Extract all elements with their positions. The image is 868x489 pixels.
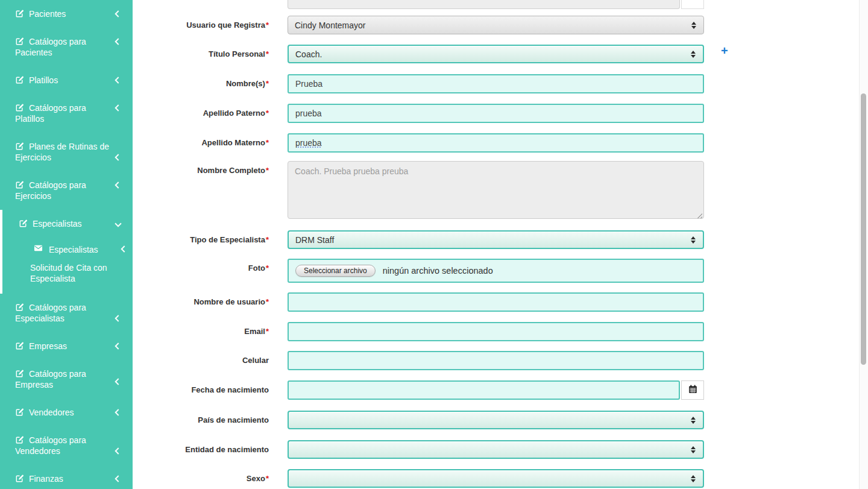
tipo-especialista-select[interactable]: DRM Staff [288, 230, 704, 249]
sidebar-item-catalogos-especialistas[interactable]: Catálogos para Especialistas [0, 294, 133, 332]
required-asterisk: * [266, 109, 269, 118]
apellido-materno-input[interactable] [288, 133, 704, 153]
field-label: País de nacimiento [133, 411, 269, 429]
field-label: Usuario que Registra* [133, 16, 269, 34]
pais-nacimiento-select[interactable] [288, 411, 704, 429]
form-row-sexo: Sexo* [133, 469, 868, 488]
required-asterisk: * [266, 21, 269, 30]
field-label: Sexo* [133, 469, 269, 488]
sidebar-item-label: Catálogos para Platillos [15, 103, 86, 124]
field-label: Entidad de nacimiento [133, 440, 269, 459]
sidebar-subitem-label: Solicitud de Cita con Especialista [30, 263, 107, 283]
sidebar-item-planes-rutinas[interactable]: Planes de Rutinas de Ejercicios [0, 133, 133, 171]
cut-off-addon-button[interactable] [681, 0, 704, 9]
sexo-select[interactable] [288, 469, 704, 488]
edit-icon [15, 103, 24, 112]
edit-icon [15, 341, 24, 350]
field-label: Nombre Completo* [133, 161, 269, 221]
sidebar: Pacientes Catálogos para Pacientes Plati… [0, 0, 133, 489]
select-arrows-icon [691, 475, 696, 482]
required-asterisk: * [266, 235, 269, 244]
sidebar-item-vendedores[interactable]: Vendedores [0, 399, 133, 426]
add-title-button[interactable]: + [721, 45, 728, 57]
field-label: Nombre de usuario* [133, 292, 269, 312]
chevron-left-icon [115, 154, 121, 160]
sidebar-item-label: Empresas [29, 341, 67, 351]
chevron-left-icon [115, 378, 121, 385]
form-row-fecha-nacimiento: Fecha de nacimiento [133, 380, 868, 400]
form-row-cutoff [133, 0, 868, 9]
titulo-personal-select[interactable]: Coach. [288, 45, 704, 63]
nombres-input[interactable] [288, 74, 704, 93]
sidebar-item-empresas[interactable]: Empresas [0, 332, 133, 360]
celular-input[interactable] [288, 351, 704, 370]
form-row-titulo-personal: Título Personal* Coach. + [133, 45, 868, 63]
sidebar-item-catalogos-pacientes[interactable]: Catálogos para Pacientes [0, 28, 133, 66]
chevron-left-icon [115, 181, 121, 188]
select-arrows-icon [691, 22, 696, 29]
form-row-foto: Foto* Seleccionar archivo ningún archivo… [133, 259, 868, 283]
apellido-paterno-input[interactable] [288, 104, 704, 123]
sidebar-item-pacientes[interactable]: Pacientes [0, 0, 133, 28]
scrollbar-thumb[interactable] [861, 93, 866, 365]
sidebar-subitem-especialistas[interactable]: Especialistas [0, 241, 133, 257]
required-asterisk: * [266, 327, 269, 336]
edit-icon [19, 219, 28, 228]
field-label: Apellido Paterno* [133, 104, 269, 123]
scrollbar-track[interactable] [859, 0, 868, 489]
sidebar-item-catalogos-empresas[interactable]: Catálogos para Empresas [0, 360, 133, 399]
chevron-left-icon [115, 447, 121, 454]
edit-icon [15, 37, 24, 46]
chevron-down-icon [115, 220, 121, 227]
sidebar-item-label: Catálogos para Ejercicios [15, 180, 86, 201]
sidebar-item-label: Especialistas [33, 219, 82, 229]
form-row-email: Email* [133, 322, 868, 341]
edit-icon [15, 408, 24, 417]
form-row-celular: Celular [133, 351, 868, 370]
required-asterisk: * [266, 49, 269, 58]
sidebar-item-platillos[interactable]: Platillos [0, 66, 133, 94]
entidad-nacimiento-select[interactable] [288, 440, 704, 459]
select-arrows-icon [691, 51, 696, 58]
required-asterisk: * [266, 138, 269, 147]
chevron-left-icon [115, 77, 121, 83]
calendar-button[interactable] [681, 380, 704, 400]
chevron-left-icon [115, 475, 121, 482]
sidebar-item-catalogos-ejercicios[interactable]: Catálogos para Ejercicios [0, 171, 133, 210]
nombre-usuario-input[interactable] [288, 292, 704, 312]
nombre-completo-textarea[interactable]: Coach. Prueba prueba preuba [288, 161, 704, 219]
sidebar-item-label: Catálogos para Especialistas [15, 303, 86, 323]
cut-off-input[interactable] [288, 0, 680, 9]
chevron-left-icon [115, 409, 121, 415]
specialist-form: Usuario que Registra* Cindy Montemayor T… [133, 0, 868, 489]
sidebar-item-catalogos-platillos[interactable]: Catálogos para Platillos [0, 94, 133, 133]
chevron-left-icon [121, 245, 127, 252]
chevron-left-icon [115, 315, 121, 321]
fecha-nacimiento-input[interactable] [288, 380, 680, 400]
sidebar-item-label: Catálogos para Empresas [15, 369, 86, 390]
calendar-icon [688, 385, 697, 396]
select-arrows-icon [691, 236, 696, 244]
edit-icon [15, 9, 24, 18]
sidebar-submenu-especialistas: Especialistas Solicitud de Cita con Espe… [0, 238, 133, 294]
edit-icon [15, 75, 24, 84]
file-select-button[interactable]: Seleccionar archivo [295, 265, 376, 277]
usuario-que-registra-select[interactable]: Cindy Montemayor [288, 16, 704, 34]
email-input[interactable] [288, 322, 704, 341]
sidebar-group-especialistas: Especialistas Especialistas Solicitud de… [0, 210, 133, 294]
form-row-usuario-registra: Usuario que Registra* Cindy Montemayor [133, 16, 868, 34]
sidebar-item-label: Pacientes [29, 9, 66, 19]
field-label: Fecha de nacimiento [133, 380, 269, 400]
form-row-nombres: Nombre(s)* [133, 74, 868, 93]
select-arrows-icon [691, 417, 696, 424]
required-asterisk: * [266, 297, 269, 306]
field-label: Celular [133, 351, 269, 370]
sidebar-item-especialistas[interactable]: Especialistas [0, 210, 133, 238]
sidebar-subitem-solicitud-cita[interactable]: Solicitud de Cita con Especialista [0, 257, 133, 286]
sidebar-item-catalogos-vendedores[interactable]: Catálogos para Vendedores [0, 426, 133, 465]
sidebar-item-finanzas[interactable]: Finanzas [0, 465, 133, 489]
edit-icon [15, 180, 24, 189]
edit-icon [15, 369, 24, 378]
required-asterisk: * [266, 166, 269, 175]
form-row-nombre-completo: Nombre Completo* Coach. Prueba prueba pr… [133, 161, 868, 221]
